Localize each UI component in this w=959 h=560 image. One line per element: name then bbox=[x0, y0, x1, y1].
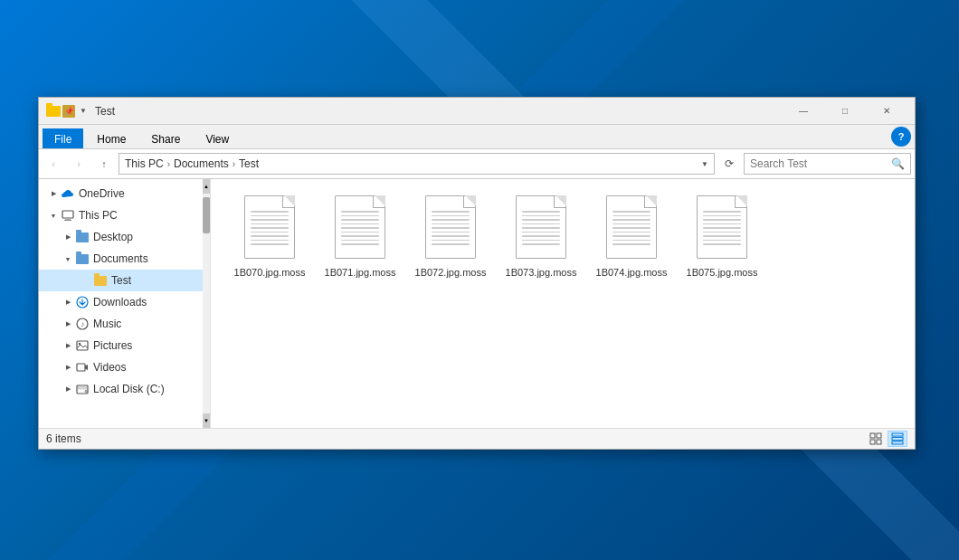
sidebar-item-videos[interactable]: ▶ Videos bbox=[39, 356, 210, 378]
this-pc-label: This PC bbox=[79, 209, 118, 222]
expand-onedrive[interactable]: ▶ bbox=[46, 186, 61, 201]
close-button[interactable]: ✕ bbox=[866, 98, 907, 125]
expand-desktop[interactable]: ▶ bbox=[61, 230, 75, 244]
sidebar-scrollbar[interactable]: ▲ ▼ bbox=[203, 179, 210, 428]
file-icon bbox=[512, 195, 570, 262]
svg-rect-12 bbox=[870, 433, 875, 438]
test-folder-icon bbox=[93, 273, 108, 288]
downloads-label: Downloads bbox=[93, 296, 147, 308]
svg-rect-8 bbox=[77, 364, 85, 371]
documents-folder-icon bbox=[75, 252, 90, 266]
expand-this-pc[interactable]: ▼ bbox=[46, 208, 61, 223]
file-icon bbox=[603, 195, 660, 262]
svg-rect-1 bbox=[65, 218, 71, 220]
sidebar-item-documents[interactable]: ▼ Documents bbox=[39, 248, 210, 270]
svg-rect-13 bbox=[877, 433, 881, 438]
videos-label: Videos bbox=[93, 361, 126, 374]
file-icon bbox=[331, 195, 389, 262]
window-controls: — □ ✕ bbox=[783, 98, 907, 125]
scroll-down-arrow[interactable]: ▼ bbox=[203, 413, 210, 428]
expand-videos[interactable]: ▶ bbox=[61, 360, 75, 375]
expand-test bbox=[79, 273, 93, 288]
search-icon[interactable]: 🔍 bbox=[891, 157, 905, 170]
scroll-up-arrow[interactable]: ▲ bbox=[203, 179, 210, 194]
path-sep-2: › bbox=[233, 159, 235, 169]
path-documents[interactable]: Documents bbox=[174, 157, 229, 170]
title-bar: 📌 ▼ Test — □ ✕ bbox=[39, 98, 915, 125]
sidebar-item-downloads[interactable]: ▶ Downloads bbox=[39, 291, 210, 313]
ribbon-tabs: File Home Share View ? bbox=[39, 125, 915, 149]
svg-rect-15 bbox=[877, 440, 881, 444]
tab-share[interactable]: Share bbox=[139, 128, 192, 148]
maximize-button[interactable]: □ bbox=[824, 98, 866, 125]
address-path[interactable]: This PC › Documents › Test ▼ bbox=[119, 153, 715, 175]
back-button[interactable]: ‹ bbox=[43, 153, 64, 175]
grid-view-icon bbox=[869, 432, 882, 445]
svg-rect-10 bbox=[78, 386, 87, 389]
search-box[interactable]: 🔍 bbox=[744, 153, 911, 175]
desktop-label: Desktop bbox=[93, 231, 133, 243]
help-button[interactable]: ? bbox=[891, 127, 911, 147]
music-icon: ♪ bbox=[75, 317, 90, 331]
scroll-thumb[interactable] bbox=[203, 197, 210, 233]
sidebar-item-music[interactable]: ▶ ♪ Music bbox=[39, 313, 210, 335]
path-this-pc[interactable]: This PC bbox=[125, 157, 164, 170]
up-button[interactable]: ↑ bbox=[93, 153, 115, 175]
tab-home[interactable]: Home bbox=[85, 128, 138, 148]
svg-rect-6 bbox=[77, 341, 88, 350]
expand-documents[interactable]: ▼ bbox=[61, 252, 75, 266]
desktop-folder-icon bbox=[75, 230, 90, 244]
documents-label: Documents bbox=[93, 252, 148, 265]
title-bar-icons: 📌 ▼ bbox=[46, 104, 90, 119]
sidebar-item-local-disk[interactable]: ▶ Local Disk (C:) bbox=[39, 378, 210, 400]
file-name: 1B074.jpg.moss bbox=[596, 266, 668, 279]
tab-view[interactable]: View bbox=[194, 128, 241, 148]
downloads-icon bbox=[75, 295, 90, 309]
sidebar-item-desktop[interactable]: ▶ Desktop bbox=[39, 226, 210, 248]
tab-file[interactable]: File bbox=[43, 128, 83, 148]
file-icon bbox=[693, 195, 751, 262]
path-sep-1: › bbox=[167, 159, 170, 169]
svg-text:♪: ♪ bbox=[81, 320, 84, 328]
path-test[interactable]: Test bbox=[239, 157, 259, 170]
svg-rect-14 bbox=[870, 440, 875, 444]
pictures-icon bbox=[75, 338, 90, 353]
refresh-button[interactable]: ⟳ bbox=[718, 153, 740, 175]
status-bar: 6 items bbox=[39, 428, 915, 449]
path-dropdown-arrow[interactable]: ▼ bbox=[701, 160, 708, 168]
details-view-icon bbox=[891, 432, 904, 445]
minimize-button[interactable]: — bbox=[783, 98, 824, 125]
disk-icon bbox=[75, 382, 90, 396]
file-item[interactable]: 1B072.jpg.moss bbox=[410, 192, 491, 282]
forward-button[interactable]: › bbox=[68, 153, 90, 175]
file-item[interactable]: 1B074.jpg.moss bbox=[591, 192, 672, 282]
onedrive-icon bbox=[61, 186, 75, 201]
svg-rect-0 bbox=[62, 211, 73, 218]
view-grid-button[interactable] bbox=[866, 431, 886, 447]
content-area: 1B070.jpg.moss 1B071.jpg.moss bbox=[211, 179, 915, 428]
pin-icon[interactable]: 📌 bbox=[62, 105, 75, 118]
file-name: 1B071.jpg.moss bbox=[325, 266, 396, 279]
item-count: 6 items bbox=[46, 432, 866, 445]
svg-rect-18 bbox=[892, 441, 903, 444]
file-item[interactable]: 1B075.jpg.moss bbox=[681, 192, 763, 282]
file-item[interactable]: 1B071.jpg.moss bbox=[319, 192, 401, 282]
folder-icon bbox=[46, 104, 61, 119]
expand-downloads[interactable]: ▶ bbox=[61, 295, 75, 309]
files-grid: 1B070.jpg.moss 1B071.jpg.moss bbox=[225, 188, 900, 286]
sidebar-item-onedrive[interactable]: ▶ OneDrive bbox=[39, 183, 210, 204]
onedrive-label: OneDrive bbox=[79, 187, 125, 200]
expand-pictures[interactable]: ▶ bbox=[61, 338, 75, 353]
file-item[interactable]: 1B070.jpg.moss bbox=[229, 192, 310, 282]
view-details-button[interactable] bbox=[888, 431, 907, 447]
view-buttons bbox=[866, 431, 907, 447]
sidebar-item-test[interactable]: Test bbox=[39, 270, 210, 291]
expand-local-disk[interactable]: ▶ bbox=[61, 382, 75, 396]
search-input[interactable] bbox=[750, 157, 891, 170]
titlebar-dropdown[interactable]: ▼ bbox=[77, 105, 90, 118]
sidebar-item-pictures[interactable]: ▶ Pictures bbox=[39, 335, 210, 356]
expand-music[interactable]: ▶ bbox=[61, 317, 75, 331]
sidebar-item-this-pc[interactable]: ▼ This PC bbox=[39, 204, 210, 226]
file-item[interactable]: 1B073.jpg.moss bbox=[500, 192, 582, 282]
test-label: Test bbox=[111, 274, 131, 287]
